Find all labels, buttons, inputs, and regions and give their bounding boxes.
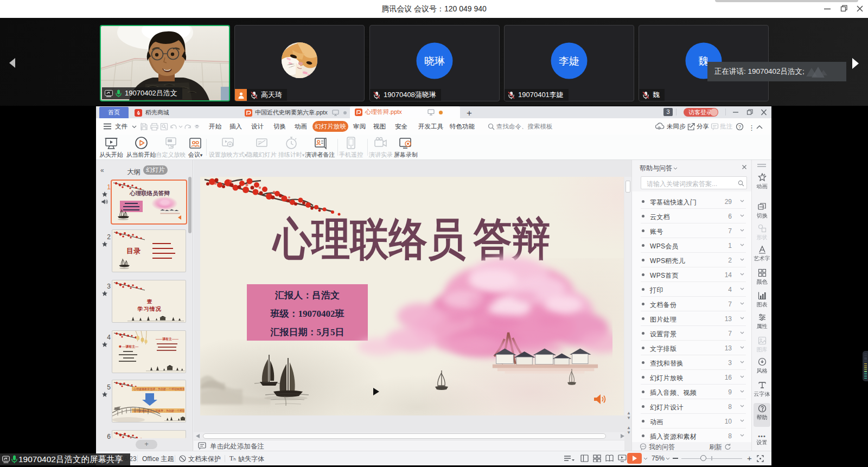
svg-text:?: ? (738, 124, 741, 130)
